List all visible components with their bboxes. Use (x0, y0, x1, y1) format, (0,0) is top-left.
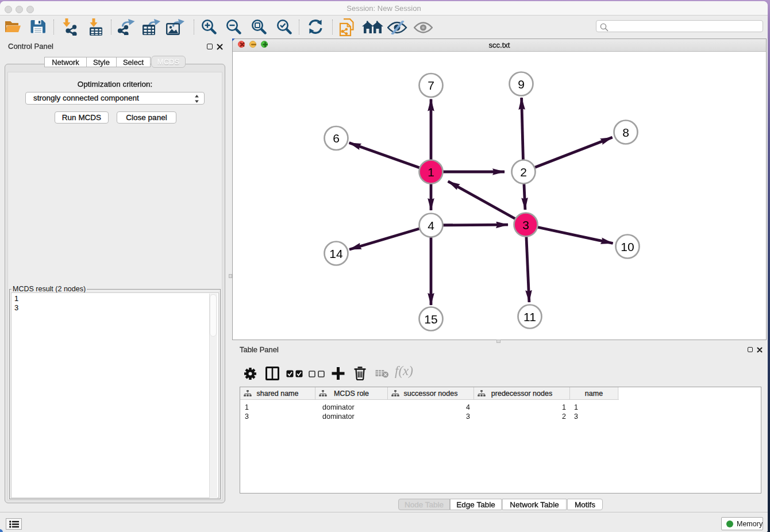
svg-text:10: 10 (621, 240, 634, 253)
svg-text:2: 2 (520, 165, 527, 179)
svg-text:8: 8 (622, 126, 629, 139)
svg-text:9: 9 (518, 78, 525, 91)
svg-text:15: 15 (424, 313, 437, 326)
svg-text:7: 7 (428, 79, 434, 92)
svg-text:4: 4 (428, 219, 434, 232)
svg-text:3: 3 (522, 218, 529, 232)
svg-text:14: 14 (329, 247, 343, 260)
svg-text:11: 11 (523, 310, 536, 323)
svg-text:1: 1 (428, 165, 434, 179)
svg-text:6: 6 (333, 132, 340, 145)
